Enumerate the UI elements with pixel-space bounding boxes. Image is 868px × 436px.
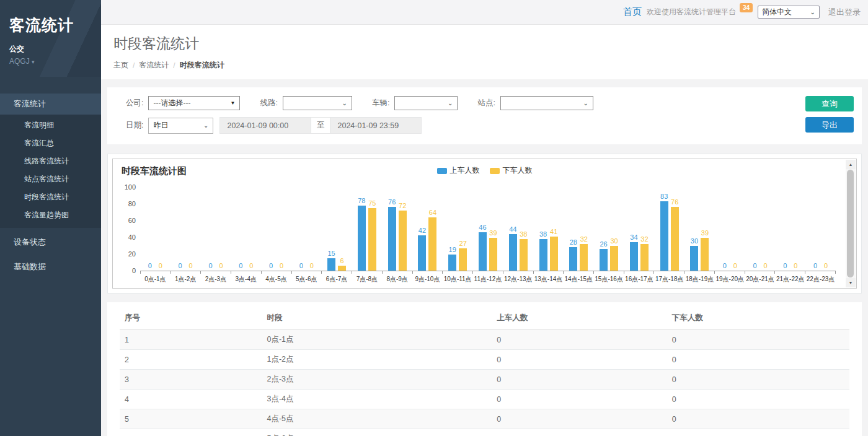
bar-value-label: 28 xyxy=(570,238,577,246)
app-window: 客流统计 公交 AQGJ ▾ 客流统计 客流明细 客流汇总 线路客流统计 站点客… xyxy=(0,0,868,436)
bar-value-label: 0 xyxy=(824,262,828,269)
bar-value-label: 44 xyxy=(509,225,516,233)
boarding-bar-column: 83 xyxy=(660,193,668,271)
bar-value-label: 30 xyxy=(691,237,698,245)
boarding-bar-column: 19 xyxy=(448,246,456,271)
bar-value-label: 27 xyxy=(459,240,467,247)
x-axis-tick xyxy=(201,271,231,274)
chevron-down-icon: ⌄ xyxy=(810,9,815,15)
bar-group: 00 xyxy=(231,262,261,271)
date-to-input[interactable]: 2024-01-09 23:59 xyxy=(330,117,422,134)
boarding-bar xyxy=(327,258,335,271)
boarding-bar xyxy=(418,235,426,271)
x-axis-label: 21点-22点 xyxy=(775,275,805,283)
search-button[interactable]: 查询 xyxy=(805,96,854,111)
sidebar-subitem-station-stats[interactable]: 站点客流统计 xyxy=(0,170,101,188)
alighting-bar xyxy=(459,248,467,271)
alighting-bar-column: 0 xyxy=(247,262,255,271)
sidebar-subitem-line-stats[interactable]: 线路客流统计 xyxy=(0,152,101,170)
company-label: 公司: xyxy=(126,98,143,108)
x-axis-tick xyxy=(443,271,473,274)
bar-value-label: 34 xyxy=(630,233,637,241)
x-axis-label: 16点-17点 xyxy=(624,275,655,283)
bar-value-label: 0 xyxy=(783,262,787,269)
scrollbar-down-button[interactable]: ▼ xyxy=(846,278,856,287)
table-row: 10点-1点00 xyxy=(120,330,849,350)
vertical-scrollbar[interactable]: ▲ ▼ xyxy=(846,160,856,287)
scrollbar-thumb[interactable] xyxy=(847,170,854,277)
sidebar-subitem-period-stats[interactable]: 时段客流统计 xyxy=(0,188,101,206)
bar-value-label: 72 xyxy=(399,202,406,209)
alighting-bar-column: 0 xyxy=(822,262,830,271)
sidebar-subitem-flow-summary[interactable]: 客流汇总 xyxy=(0,134,101,152)
alighting-bar-column: 0 xyxy=(308,262,316,271)
x-axis-tick xyxy=(383,271,413,274)
bar-value-label: 32 xyxy=(580,235,588,243)
sidebar-subitem-trend-chart[interactable]: 客流量趋势图 xyxy=(0,206,101,224)
x-axis-labels: 0点-1点1点-2点2点-3点3点-4点4点-5点5点-6点6点-7点7点-8点… xyxy=(140,275,836,283)
legend-item-alighting[interactable]: 下车人数 xyxy=(490,165,533,176)
alighting-bar xyxy=(399,211,407,271)
line-label: 线路: xyxy=(260,98,277,108)
table-row: 54点-5点00 xyxy=(120,409,849,429)
bar-value-label: 38 xyxy=(520,230,527,238)
boarding-bar-column: 0 xyxy=(267,262,275,271)
date-from-input[interactable]: 2024-01-09 00:00 xyxy=(219,117,311,134)
x-axis-tick xyxy=(292,271,322,274)
bar-group: 3432 xyxy=(624,233,655,271)
x-axis-tick xyxy=(322,271,352,274)
x-axis-tick xyxy=(654,271,684,274)
account-dropdown[interactable]: AQGJ ▾ xyxy=(9,57,92,66)
boarding-bar-column: 30 xyxy=(690,237,698,271)
line-select[interactable]: ⌄ xyxy=(283,96,352,110)
vehicle-select[interactable]: ⌄ xyxy=(394,96,458,110)
bar-value-label: 0 xyxy=(310,262,314,269)
alighting-bar-column: 0 xyxy=(156,262,164,271)
company-select[interactable]: ---请选择--- ▼ xyxy=(148,96,240,110)
bar-value-label: 0 xyxy=(189,262,193,269)
legend-item-boarding[interactable]: 上车人数 xyxy=(437,165,480,176)
boarding-bar-column: 15 xyxy=(327,250,335,271)
scrollbar-track[interactable] xyxy=(846,169,856,278)
breadcrumb-section[interactable]: 客流统计 xyxy=(139,60,169,71)
station-select[interactable]: ⌄ xyxy=(500,96,593,110)
date-preset-select[interactable]: 昨日 ⌄ xyxy=(148,118,213,134)
topbar: 首页 欢迎使用客流统计管理平台 34 简体中文 ⌄ 退出登录 xyxy=(101,0,868,25)
bar-groups: 0000000000001567875767242641927463944383… xyxy=(140,188,836,271)
scrollbar-up-button[interactable]: ▲ xyxy=(846,160,856,169)
bar-value-label: 38 xyxy=(539,230,547,238)
sidebar-item-device-status[interactable]: 设备状态 xyxy=(0,232,101,253)
table-cell: 0 xyxy=(667,409,849,429)
page-content: 公司: ---请选择--- ▼ 线路: ⌄ 车 xyxy=(101,79,868,436)
language-value: 简体中文 xyxy=(762,7,792,17)
breadcrumb-home[interactable]: 主页 xyxy=(113,60,128,71)
alighting-bar xyxy=(580,244,588,271)
table-cell: 2点-3点 xyxy=(262,370,492,390)
alighting-bar xyxy=(489,238,497,271)
x-axis-label: 0点-1点 xyxy=(140,275,170,283)
alighting-bar xyxy=(368,208,376,271)
bar-group: 00 xyxy=(170,262,201,271)
filter-panel: 公司: ---请选择--- ▼ 线路: ⌄ 车 xyxy=(107,87,862,144)
language-select[interactable]: 简体中文 ⌄ xyxy=(758,6,820,19)
breadcrumb-current: 时段客流统计 xyxy=(180,60,224,71)
x-axis-label: 10点-11点 xyxy=(443,275,473,283)
x-axis-label: 8点-9点 xyxy=(382,275,412,283)
boarding-bar-column: 78 xyxy=(358,197,366,271)
sidebar-item-base-data[interactable]: 基础数据 xyxy=(0,256,101,277)
bar-value-label: 39 xyxy=(701,229,709,237)
sidebar-subitem-flow-detail[interactable]: 客流明细 xyxy=(0,116,101,134)
x-axis-label: 12点-13点 xyxy=(503,275,533,283)
sidebar-item-label: 基础数据 xyxy=(14,262,46,271)
sidebar-item-passenger-stats[interactable]: 客流统计 xyxy=(0,94,101,115)
table-cell: 4 xyxy=(120,390,262,409)
logout-link[interactable]: 退出登录 xyxy=(828,7,861,18)
boarding-bar-column: 0 xyxy=(206,262,215,271)
bar-value-label: 0 xyxy=(733,262,737,269)
bar-group: 7875 xyxy=(352,197,382,271)
alighting-bar-column: 32 xyxy=(640,235,649,271)
x-axis-tick xyxy=(715,271,745,274)
export-button[interactable]: 导出 xyxy=(805,117,854,133)
home-link[interactable]: 首页 xyxy=(623,6,642,18)
x-axis-label: 6点-7点 xyxy=(322,275,352,283)
